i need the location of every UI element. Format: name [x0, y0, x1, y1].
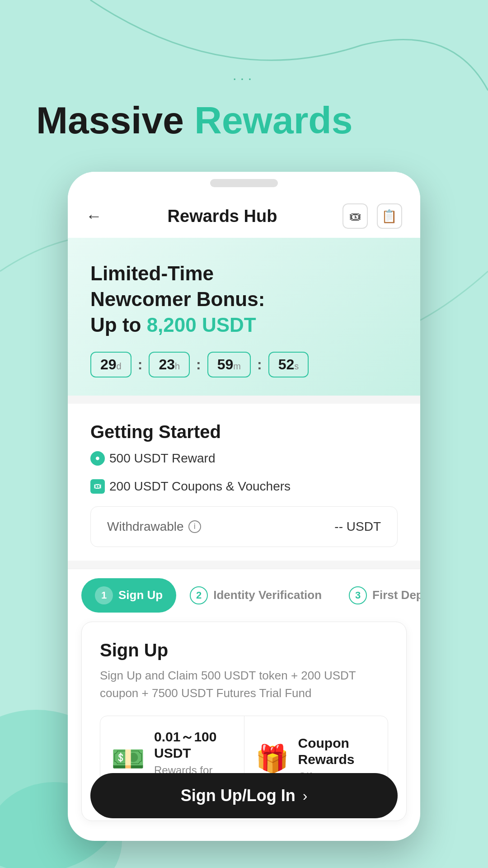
reward-coupon-title: CouponRewards: [298, 735, 355, 768]
back-button[interactable]: ←: [86, 207, 102, 226]
clipboard-icon-button[interactable]: 📋: [377, 203, 402, 229]
getting-started-title: Getting Started: [90, 422, 398, 442]
sep3: :: [257, 356, 262, 373]
tab-identity[interactable]: 2 Identity Verification: [176, 578, 335, 613]
withdrawable-value: -- USDT: [334, 519, 381, 534]
usdt-icon: ●: [90, 451, 105, 466]
reward-pills: ● 500 USDT Reward 🎟 200 USDT Coupons & V…: [90, 451, 398, 494]
sep2: :: [196, 356, 201, 373]
cta-arrow-icon: ›: [303, 788, 308, 804]
cash-icon: 💵: [111, 743, 145, 775]
banner-amount: 8,200 USDT: [147, 314, 256, 336]
tabs-row: 1 Sign Up 2 Identity Verification 3 Firs…: [68, 569, 420, 622]
tab-deposit[interactable]: 3 First Deposit: [335, 578, 420, 613]
decorative-dots: ...: [233, 67, 256, 84]
notch: [210, 179, 278, 187]
sep1: :: [138, 356, 143, 373]
countdown-minutes: 59m: [207, 352, 251, 377]
info-icon[interactable]: i: [188, 520, 201, 533]
tab-num-3: 3: [349, 586, 367, 604]
tab-signup[interactable]: 1 Sign Up: [81, 578, 176, 613]
nav-bar: ← Rewards Hub 🎟 📋: [68, 194, 420, 238]
withdrawable-box: Withdrawable i -- USDT: [90, 506, 398, 547]
countdown-timer: 29d : 23h : 59m : 52s: [90, 352, 398, 377]
reward-usdt-title: 0.01～100USDT: [154, 729, 233, 761]
countdown-seconds: 52s: [268, 352, 309, 377]
status-bar: [68, 172, 420, 194]
nav-actions: 🎟 📋: [343, 203, 402, 229]
cta-button[interactable]: Sign Up/Log In ›: [90, 773, 398, 818]
tab-num-1: 1: [95, 586, 113, 604]
gift-icon: 🎁: [255, 743, 289, 775]
banner-section: Limited-Time Newcomer Bonus: Up to 8,200…: [68, 238, 420, 396]
countdown-days: 29d: [90, 352, 131, 377]
tab-label-signup: Sign Up: [118, 588, 163, 602]
phone-mockup: ← Rewards Hub 🎟 📋 Limited-Time Newcomer …: [68, 172, 420, 841]
cta-label: Sign Up/Log In: [181, 786, 296, 805]
coupon-icon-button[interactable]: 🎟: [343, 203, 368, 229]
tab-label-identity: Identity Verification: [213, 588, 322, 602]
withdrawable-label: Withdrawable i: [107, 519, 201, 534]
getting-started-section: Getting Started ● 500 USDT Reward 🎟 200 …: [68, 404, 420, 561]
signup-card-title: Sign Up: [100, 640, 388, 660]
banner-title: Limited-Time Newcomer Bonus: Up to 8,200…: [90, 260, 398, 338]
reward-pill-usdt: ● 500 USDT Reward: [90, 451, 215, 466]
section-divider-2: [68, 561, 420, 569]
reward-pill-coupon: 🎟 200 USDT Coupons & Vouchers: [90, 479, 291, 494]
tab-label-deposit: First Deposit: [372, 588, 420, 602]
page-headline: Massive Rewards: [36, 99, 352, 141]
voucher-icon: 🎟: [90, 479, 105, 494]
section-divider: [68, 396, 420, 404]
nav-title: Rewards Hub: [168, 207, 277, 226]
tab-num-2: 2: [190, 586, 208, 604]
countdown-hours: 23h: [149, 352, 190, 377]
signup-card-desc: Sign Up and Claim 500 USDT token + 200 U…: [100, 667, 388, 702]
